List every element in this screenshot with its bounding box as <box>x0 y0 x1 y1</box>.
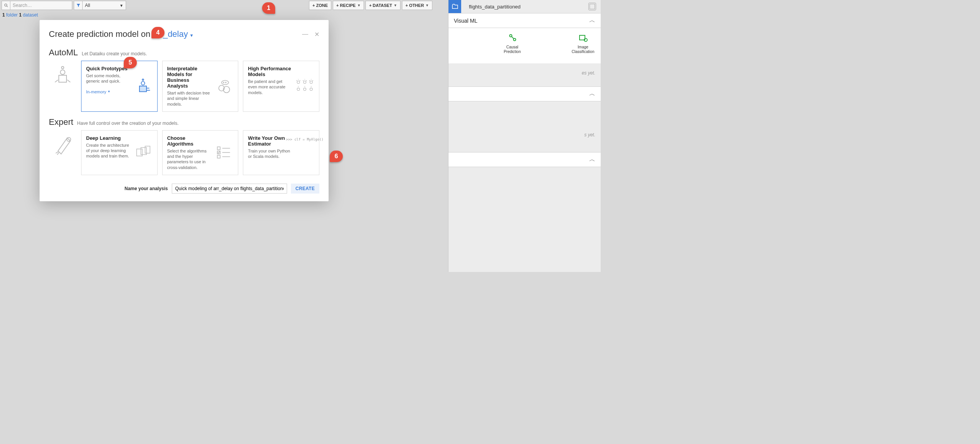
create-button[interactable]: CREATE <box>291 184 319 194</box>
dataset-title: flights_data_partitioned <box>461 4 588 10</box>
checklist-icon <box>214 135 233 170</box>
choose-algorithms-card[interactable]: Choose Algorithms Select the algorithms … <box>162 130 239 175</box>
add-recipe-button[interactable]: + RECIPE▼ <box>333 1 364 10</box>
right-panel-header: flights_data_partitioned <box>448 0 601 13</box>
expert-icon <box>49 130 76 158</box>
right-panel: flights_data_partitioned Visual ML ︿ x C… <box>448 0 601 272</box>
filter-value: All <box>83 3 117 8</box>
folder-tab[interactable] <box>448 0 461 13</box>
analysis-name-label: Name your analysis <box>125 186 168 191</box>
svg-point-23 <box>304 88 306 91</box>
chevron-down-icon: ▼ <box>357 3 360 7</box>
chevron-up-icon: ︿ <box>589 17 595 25</box>
empty-note-2: s yet. <box>448 101 601 144</box>
svg-rect-9 <box>140 86 146 92</box>
svg-rect-27 <box>141 148 146 155</box>
panel-section-2[interactable]: ︿ <box>448 86 601 101</box>
add-zone-button[interactable]: + ZONE <box>309 1 331 10</box>
svg-point-24 <box>310 88 312 91</box>
annotation-1: 1 <box>262 2 275 14</box>
svg-point-20 <box>304 81 306 84</box>
svg-point-10 <box>141 82 145 85</box>
analyst-icon <box>214 66 233 107</box>
layers-icon <box>133 135 153 170</box>
close-icon[interactable]: ✕ <box>314 31 319 38</box>
engine-dropdown[interactable]: In-memory▼ <box>86 89 130 94</box>
annotation-6: 6 <box>330 151 343 162</box>
annotation-5: 5 <box>124 57 137 68</box>
folder-link[interactable]: folder <box>6 12 18 18</box>
minimize-icon[interactable]: — <box>302 31 308 38</box>
image-cls-icon <box>578 33 588 43</box>
svg-point-17 <box>223 82 224 83</box>
visual-ml-section-header[interactable]: Visual ML ︿ <box>448 13 601 28</box>
empty-note: es yet. <box>448 63 601 83</box>
modal-footer: Name your analysis CREATE <box>40 177 329 194</box>
filter-icon <box>74 1 83 10</box>
chevron-up-icon: ︿ <box>589 156 595 164</box>
add-other-button[interactable]: + OTHER▼ <box>402 1 432 10</box>
add-dataset-button[interactable]: + DATASET▼ <box>365 1 400 10</box>
modal-header: Create prediction model on arr_delay▼ — … <box>40 29 329 44</box>
automl-icon <box>49 61 76 88</box>
create-prediction-modal: Create prediction model on arr_delay▼ — … <box>40 20 329 201</box>
svg-point-18 <box>226 82 226 83</box>
chevron-down-icon: ▼ <box>425 3 429 7</box>
expert-section: Expert Have full control over the creati… <box>40 113 329 177</box>
svg-rect-6 <box>59 75 66 82</box>
svg-point-7 <box>60 70 65 75</box>
svg-point-11 <box>142 79 144 81</box>
filter-dropdown[interactable]: All ▼ <box>74 1 126 10</box>
svg-point-21 <box>310 81 312 84</box>
chevron-down-icon: ▼ <box>394 3 397 7</box>
search-input[interactable] <box>10 3 72 8</box>
search-icon <box>2 1 10 10</box>
causal-icon <box>507 33 518 43</box>
svg-point-0 <box>5 4 7 6</box>
chevron-down-icon: ▼ <box>117 3 126 8</box>
crowd-icon <box>295 66 314 107</box>
svg-rect-26 <box>136 149 142 156</box>
analysis-name-input[interactable] <box>172 184 287 194</box>
interpretable-models-card[interactable]: Interpretable Models for Business Analys… <box>162 61 239 112</box>
svg-point-16 <box>222 81 229 85</box>
causal-prediction-item[interactable]: Causal Prediction <box>500 33 525 54</box>
svg-point-8 <box>61 66 64 69</box>
svg-rect-33 <box>218 156 220 158</box>
annotation-4: 4 <box>151 27 164 38</box>
svg-rect-28 <box>145 146 150 153</box>
image-classification-item[interactable]: Image Classification <box>571 33 595 54</box>
svg-point-19 <box>297 81 300 84</box>
chevron-up-icon: ︿ <box>589 90 595 98</box>
modal-title: Create prediction model on arr_delay▼ <box>49 29 194 39</box>
deep-learning-card[interactable]: Deep Learning Create the architecture of… <box>81 130 158 175</box>
panel-section-3[interactable]: ︿ <box>448 152 601 167</box>
visual-ml-section-body: x Causal Prediction ng Image Classificat… <box>448 28 601 63</box>
svg-line-1 <box>7 6 8 7</box>
svg-point-22 <box>297 88 300 91</box>
search-box[interactable] <box>2 1 72 10</box>
write-own-estimator-card[interactable]: Write Your Own Estimator Train your own … <box>243 130 319 175</box>
svg-rect-29 <box>218 147 220 150</box>
dataset-link[interactable]: dataset <box>23 12 38 18</box>
automl-section: AutoML Let Dataiku create your models. Q… <box>40 44 329 113</box>
chevron-down-icon: ▼ <box>189 33 194 38</box>
robot-icon <box>133 66 153 107</box>
high-performance-card[interactable]: High Performance Models Be patient and g… <box>243 61 319 112</box>
copy-icon[interactable] <box>588 3 596 10</box>
code-snippet: >>> clf = MyAlgo() <box>295 135 314 170</box>
quick-prototypes-card[interactable]: Quick Prototypes Get some models, generi… <box>81 61 158 112</box>
